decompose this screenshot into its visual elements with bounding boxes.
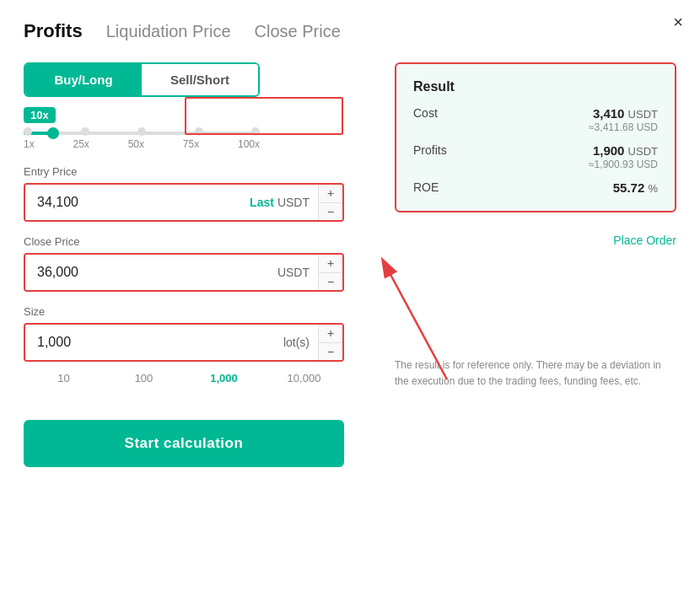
slider-thumb[interactable] [47, 127, 59, 139]
close-button[interactable]: × [673, 13, 683, 30]
close-price-plus[interactable]: + [319, 255, 342, 273]
preset-1000[interactable]: 1,000 [184, 367, 264, 390]
dot-1 [24, 127, 32, 136]
buy-sell-toggle: Buy/Long Sell/Short [24, 62, 260, 97]
close-price-minus[interactable]: − [319, 273, 342, 291]
right-panel: Result Cost 3,410 USDT ≈3,411.68 USD Pro… [395, 62, 676, 467]
close-price-input-row: USDT + − [24, 253, 344, 292]
close-price-input[interactable] [25, 255, 269, 290]
size-input[interactable] [25, 325, 275, 360]
tab-bar: Profits Liquidation Price Close Price [24, 20, 676, 46]
cost-value: 3,410 USDT [593, 106, 658, 121]
close-price-group: Close Price USDT + − [24, 235, 378, 292]
place-order-area: Place Order [395, 233, 676, 248]
entry-price-input-row: Last USDT + − [24, 183, 344, 222]
entry-price-stepper: + − [318, 185, 342, 220]
tab-liquidation-price[interactable]: Liquidation Price [106, 22, 231, 45]
size-presets: 10 100 1,000 10,000 [24, 367, 344, 390]
cost-value-group: 3,410 USDT ≈3,411.68 USD [589, 106, 658, 133]
size-stepper: + − [318, 325, 342, 360]
profits-value: 1,900 USDT [593, 143, 658, 158]
mark-50x: 50x [128, 138, 144, 150]
size-minus[interactable]: − [319, 343, 342, 361]
disclaimer-area: The result is for reference only. There … [395, 349, 676, 390]
entry-price-plus[interactable]: + [319, 185, 342, 203]
entry-price-group: Entry Price Last USDT + − [24, 165, 378, 222]
profits-sub: ≈1,900.93 USD [589, 159, 658, 170]
size-unit-label: lot(s) [283, 336, 310, 349]
disclaimer-text: The result is for reference only. There … [395, 358, 676, 390]
last-label: Last [250, 196, 274, 209]
mark-25x: 25x [73, 138, 89, 150]
entry-price-label: Entry Price [24, 165, 378, 178]
dot-3 [137, 127, 146, 136]
size-unit: lot(s) [275, 325, 318, 360]
dot-5 [251, 127, 260, 136]
roe-value: 55.72 % [613, 180, 658, 195]
size-input-row: lot(s) + − [24, 323, 344, 362]
entry-price-unit: Last USDT [241, 185, 318, 220]
tab-profits[interactable]: Profits [24, 20, 83, 46]
cost-row: Cost 3,410 USDT ≈3,411.68 USD [413, 106, 658, 133]
start-calculation-button[interactable]: Start calculation [24, 420, 344, 467]
slider-labels: 1x 25x 50x 75x 100x [24, 138, 260, 150]
close-price-currency: USDT [277, 266, 310, 279]
preset-10000[interactable]: 10,000 [264, 367, 344, 390]
roe-key: ROE [413, 180, 439, 194]
leverage-area: 10x 1x 25x 50x 75x [24, 107, 378, 150]
close-price-label: Close Price [24, 235, 378, 248]
dot-4 [195, 127, 203, 136]
leverage-badge: 10x [24, 107, 56, 123]
roe-row: ROE 55.72 % [413, 180, 658, 196]
size-plus[interactable]: + [319, 325, 342, 343]
mark-75x: 75x [183, 138, 199, 150]
profits-key: Profits [413, 143, 447, 157]
size-group: Size lot(s) + − 10 100 1,000 10,000 [24, 305, 378, 390]
profits-value-group: 1,900 USDT ≈1,900.93 USD [589, 143, 658, 170]
buy-long-button[interactable]: Buy/Long [25, 64, 142, 95]
left-panel: Buy/Long Sell/Short 10x [24, 62, 378, 467]
modal-container: × Profits Liquidation Price Close Price … [0, 0, 700, 613]
entry-price-minus[interactable]: − [319, 203, 342, 221]
mark-1x: 1x [24, 138, 35, 150]
size-label: Size [24, 305, 378, 318]
dot-2 [81, 127, 89, 136]
leverage-track [24, 132, 260, 135]
place-order-link[interactable]: Place Order [613, 234, 676, 247]
close-price-stepper: + − [318, 255, 342, 290]
preset-10[interactable]: 10 [24, 367, 104, 390]
entry-price-input[interactable] [25, 185, 241, 220]
cost-key: Cost [413, 106, 438, 120]
close-price-unit: USDT [269, 255, 318, 290]
content-area: Buy/Long Sell/Short 10x [24, 62, 676, 467]
tab-close-price[interactable]: Close Price [255, 22, 341, 45]
slider-dots [24, 127, 260, 136]
result-title: Result [413, 79, 658, 94]
profits-row: Profits 1,900 USDT ≈1,900.93 USD [413, 143, 658, 170]
cost-sub: ≈3,411.68 USD [589, 121, 658, 133]
entry-price-currency: USDT [277, 196, 310, 209]
roe-value-group: 55.72 % [613, 180, 658, 196]
preset-100[interactable]: 100 [104, 367, 184, 390]
mark-100x: 100x [238, 138, 260, 150]
result-box: Result Cost 3,410 USDT ≈3,411.68 USD Pro… [395, 62, 676, 212]
sell-short-button[interactable]: Sell/Short [142, 64, 258, 95]
